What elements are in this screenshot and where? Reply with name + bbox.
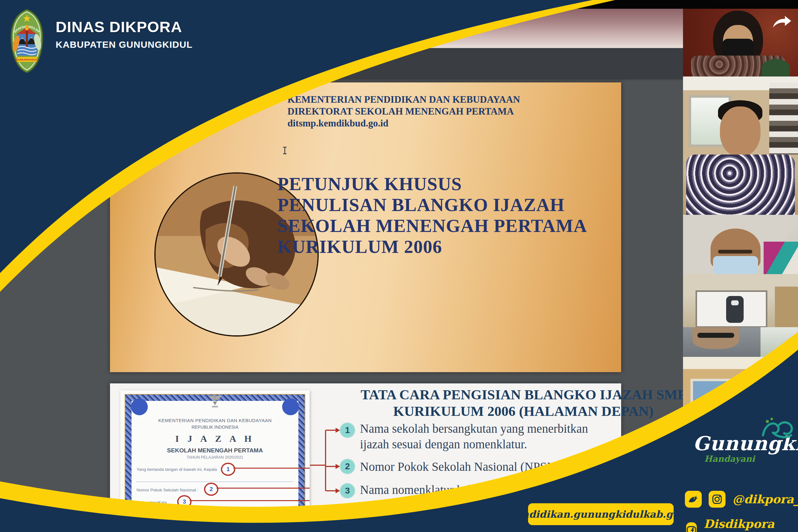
tut-wuri-handayani-logo: TUT WURI HANDAYANI bbox=[124, 91, 176, 143]
toolbar-divider bbox=[331, 57, 332, 70]
slide1-title: PETUNJUK KHUSUS PENULISAN BLANGKO IJAZAH… bbox=[277, 174, 587, 257]
participant-video-5[interactable] bbox=[683, 327, 798, 357]
item-1-text: Nama sekolah bersangkutan yang menerbitk… bbox=[360, 421, 588, 452]
background-cabinet bbox=[775, 287, 798, 327]
facebook-icon bbox=[686, 526, 697, 532]
participant-filmstrip bbox=[683, 9, 798, 458]
page-divider: / bbox=[234, 59, 236, 69]
agency-brand: DHAKSINARGA BHUMIKARTA GUNUNGKIDUL DINAS… bbox=[7, 9, 193, 74]
instagram-icon bbox=[712, 494, 722, 505]
social-handle[interactable]: @dikpora_gk bbox=[732, 492, 798, 506]
fit-page-icon bbox=[339, 57, 352, 70]
twitter-icon bbox=[688, 495, 699, 504]
instagram-button[interactable] bbox=[709, 491, 726, 508]
participant-face bbox=[692, 327, 739, 349]
agency-region: KABUPATEN GUNUNGKIDUL bbox=[56, 39, 193, 50]
participant-video-1[interactable] bbox=[683, 9, 798, 76]
item-2-line: Nomor Pokok Sekolah Nasional (NPSN) bbox=[360, 459, 560, 475]
facebook-name[interactable]: Disdikpora Gunungkidul bbox=[704, 517, 798, 532]
face-mask bbox=[731, 300, 739, 305]
twitter-button[interactable] bbox=[685, 491, 702, 508]
item-1-line: ijazah sesuai dengan nomenklatur. bbox=[360, 436, 588, 452]
social-row-2: Disdikpora Gunungkidul bbox=[686, 517, 798, 532]
item-1-badge: 1 bbox=[340, 423, 355, 437]
zoom-in-button[interactable]: + bbox=[319, 58, 325, 69]
slide1-org-block: KEMENTERIAN PENDIDIKAN DAN KEBUDAYAAN DI… bbox=[288, 94, 520, 129]
item-3-line: Nama nomenklatur kabupaten/kota*) ( bbox=[360, 482, 548, 498]
svg-text:GUNUNGKIDUL: GUNUNGKIDUL bbox=[16, 58, 38, 61]
background-plant bbox=[762, 59, 790, 76]
slide-1: TUT WURI HANDAYANI KEMENTERIAN PENDIDIKA… bbox=[110, 82, 621, 372]
slide1-title-line: PETUNJUK KHUSUS bbox=[277, 174, 587, 194]
participant-face bbox=[720, 107, 761, 156]
face-mask bbox=[713, 256, 758, 274]
participant-video-4[interactable] bbox=[683, 274, 798, 327]
item-1-line: Nama sekolah bersangkutan yang menerbitk… bbox=[360, 421, 588, 436]
zoom-level[interactable]: 100% bbox=[280, 57, 311, 70]
participant-video-3[interactable] bbox=[683, 215, 798, 274]
slide1-org-line: ditsmp.kemdikbud.go.id bbox=[288, 117, 520, 129]
footer-logo-subtitle: Handayani bbox=[704, 454, 796, 463]
website-url: pendidikan.gunungkidulkab.go.id bbox=[509, 509, 693, 520]
facebook-button[interactable] bbox=[686, 522, 697, 532]
item-2-badge: 2 bbox=[340, 459, 355, 474]
toolbar-divider bbox=[259, 57, 260, 70]
slide1-org-line: KEMENTERIAN PENDIDIKAN DAN KEBUDAYAAN bbox=[288, 94, 520, 106]
slide1-title-line: SEKOLAH MENENGAH PERTAMA bbox=[277, 215, 587, 236]
page-number-input[interactable]: 12 bbox=[207, 57, 227, 70]
agency-name: DINAS DIKPORA bbox=[56, 18, 193, 36]
background-window bbox=[761, 327, 798, 357]
participant-video-2[interactable] bbox=[683, 76, 798, 215]
rotate-icon bbox=[359, 57, 373, 70]
gk-flourish-icon bbox=[761, 416, 795, 442]
share-arrow-icon[interactable] bbox=[772, 15, 792, 29]
slide1-org-line: DIREKTORAT SEKOLAH MENENGAH PERTAMA bbox=[288, 106, 520, 117]
social-row-1: @dikpora_gk bbox=[685, 491, 798, 508]
background-fabric bbox=[764, 242, 798, 274]
batik-shirt bbox=[686, 154, 795, 215]
fit-page-button[interactable] bbox=[339, 57, 352, 70]
rotate-button[interactable] bbox=[359, 57, 373, 70]
slide1-title-line: KURIKULUM 2006 bbox=[277, 236, 587, 257]
participant-figure bbox=[726, 296, 744, 323]
background-window bbox=[690, 379, 733, 428]
participant-eyes bbox=[718, 250, 752, 253]
item-2-text: Nomor Pokok Sekolah Nasional (NPSN) bbox=[360, 459, 560, 475]
gunungkidul-crest: DHAKSINARGA BHUMIKARTA GUNUNGKIDUL bbox=[7, 9, 46, 74]
zoom-out-button[interactable]: − bbox=[267, 58, 273, 69]
background-shelf bbox=[769, 83, 798, 154]
item-3-badge: 3 bbox=[340, 483, 355, 498]
gunungkidul-footer-logo: Gunungkidul Handayani bbox=[693, 434, 796, 463]
participant-glasses bbox=[697, 333, 734, 338]
meeting-topbar bbox=[0, 0, 798, 10]
text-cursor bbox=[284, 147, 285, 154]
slide1-title-line: PENULISAN BLANGKO IJAZAH bbox=[277, 194, 587, 215]
screenshot-stage: 12 / 55 − 100% + bbox=[0, 0, 798, 532]
website-banner: pendidikan.gunungkidulkab.go.id bbox=[528, 503, 674, 525]
page-total: 55 bbox=[243, 59, 252, 69]
